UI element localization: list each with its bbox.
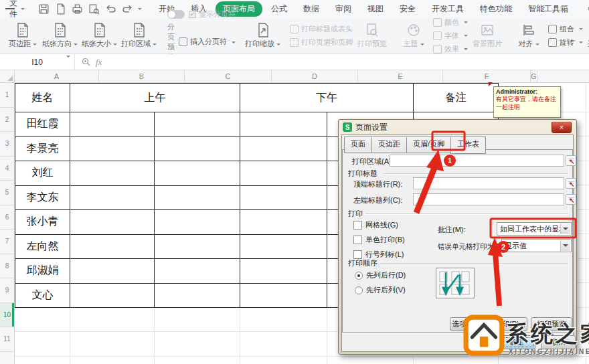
align-button[interactable]: 对齐: [513, 23, 544, 49]
row-header[interactable]: 11: [0, 327, 14, 352]
print-area-input[interactable]: [390, 155, 564, 167]
menu-tab[interactable]: 开发工具: [424, 1, 471, 17]
zoom-formula-icon[interactable]: [82, 58, 90, 66]
cell-empty[interactable]: [70, 235, 155, 260]
page-break-preview-toggle[interactable]: [167, 10, 185, 19]
dialog-tab[interactable]: 页眉/页脚: [406, 136, 450, 153]
options-button[interactable]: 选项(O)...: [450, 317, 486, 331]
ribbon-button[interactable]: 打印区域: [121, 23, 157, 49]
cell-empty[interactable]: [155, 112, 240, 137]
cell-name[interactable]: 李景亮: [15, 137, 70, 162]
dialog-tab[interactable]: 页面: [344, 136, 371, 153]
ribbon-row-button[interactable]: 字体: [433, 31, 468, 41]
cell-name-header[interactable]: 姓名: [15, 84, 70, 112]
formula-input[interactable]: [108, 54, 589, 70]
print-option-checkbox[interactable]: 网格线(G): [353, 220, 398, 230]
errors-dropdown[interactable]: 显示值: [501, 239, 572, 252]
print-option-checkbox[interactable]: 单色打印(B): [353, 235, 405, 245]
cell-empty[interactable]: [155, 235, 240, 260]
print-icon[interactable]: [72, 3, 83, 15]
ribbon-row-button[interactable]: 旋转: [548, 37, 583, 48]
dialog-tab[interactable]: 工作表: [450, 136, 486, 154]
row-header[interactable]: 1: [0, 83, 14, 108]
comments-dropdown[interactable]: 如同工作表中的显示: [497, 222, 572, 236]
cell-empty[interactable]: [240, 259, 327, 284]
row-header[interactable]: 4: [0, 157, 14, 181]
row-header[interactable]: 5: [0, 181, 14, 205]
dialog-tab[interactable]: 页边距: [371, 136, 406, 153]
chevron-down-icon[interactable]: [21, 8, 25, 12]
cell-name[interactable]: 刘红: [15, 161, 70, 186]
cell-empty[interactable]: [240, 186, 327, 211]
column-header[interactable]: C: [185, 70, 272, 82]
menu-tab[interactable]: 智能工具箱: [521, 1, 576, 17]
cell-empty[interactable]: [240, 112, 327, 137]
name-box[interactable]: I10: [0, 54, 75, 70]
row-header[interactable]: 10: [0, 303, 14, 328]
row-header[interactable]: 9: [0, 278, 14, 303]
cell-empty[interactable]: [155, 259, 240, 284]
cell-name[interactable]: 文心: [15, 284, 70, 308]
print-scale-button[interactable]: 打印缩放: [245, 23, 280, 49]
menu-tab[interactable]: 数据: [296, 1, 327, 17]
print-preview-icon[interactable]: [88, 3, 100, 15]
row-header[interactable]: 7: [0, 230, 14, 254]
cell-empty[interactable]: [155, 210, 240, 235]
show-breaks-checkbox[interactable]: ✓显示分页符: [189, 9, 236, 19]
cell-empty[interactable]: [240, 137, 327, 162]
top-title-row-input[interactable]: [413, 177, 564, 189]
cell-empty[interactable]: [70, 259, 155, 284]
select-all-corner[interactable]: [0, 70, 15, 83]
left-title-range-button[interactable]: [566, 194, 576, 205]
cell-morning-header[interactable]: 上午: [70, 84, 240, 112]
undo-icon[interactable]: [105, 3, 116, 15]
cell-name[interactable]: 张小青: [15, 210, 70, 235]
menu-tab[interactable]: 视图: [360, 1, 391, 17]
cell-empty[interactable]: [240, 210, 327, 235]
menu-tab[interactable]: 特色功能: [473, 1, 519, 17]
background-image-button[interactable]: 背景图片: [472, 23, 503, 49]
cell-name[interactable]: 邱淑娟: [15, 259, 70, 284]
column-header[interactable]: D: [272, 70, 358, 82]
print-preview-button[interactable]: 打印预览: [357, 23, 388, 49]
cell-name[interactable]: 田红霞: [15, 112, 70, 137]
menu-tab[interactable]: 公式: [264, 1, 294, 17]
cell-empty[interactable]: [155, 186, 240, 211]
print-order-radio[interactable]: 先列后行(D): [355, 270, 406, 280]
ribbon-button[interactable]: 页边距: [7, 23, 38, 49]
ribbon-row-button[interactable]: 组合: [548, 24, 583, 34]
cell-empty[interactable]: [155, 161, 240, 186]
redo-icon[interactable]: [122, 3, 133, 15]
cell-remark-header[interactable]: 备注: [414, 84, 499, 112]
cell-empty[interactable]: [70, 284, 155, 308]
print-area-range-button[interactable]: [566, 155, 576, 166]
cell-empty[interactable]: [70, 161, 155, 186]
column-header[interactable]: B: [99, 70, 185, 82]
theme-button[interactable]: 主题: [398, 23, 429, 49]
row-header[interactable]: 8: [0, 254, 14, 279]
cell-empty[interactable]: [155, 137, 240, 162]
row-header[interactable]: 3: [0, 132, 14, 157]
cell-empty[interactable]: [240, 161, 327, 186]
export-pdf-icon[interactable]: [55, 3, 66, 15]
ribbon-button[interactable]: 纸张方向: [42, 23, 78, 49]
save-icon[interactable]: [38, 3, 50, 15]
dialog-close-button[interactable]: ×: [552, 122, 572, 133]
cell-name[interactable]: 左向然: [15, 235, 70, 260]
cell-empty[interactable]: [70, 210, 155, 235]
column-header[interactable]: A: [15, 70, 99, 82]
row-header[interactable]: 2: [0, 108, 14, 132]
customize-toolbar-icon[interactable]: [138, 8, 142, 12]
column-header[interactable]: E: [358, 70, 443, 82]
row-header[interactable]: 6: [0, 205, 14, 230]
ribbon-row-button[interactable]: 效果: [433, 44, 468, 54]
ribbon-row-button[interactable]: 打印页眉和页脚: [290, 37, 353, 48]
insert-break-button[interactable]: 插入分页符: [179, 37, 236, 47]
cell-name[interactable]: 李文东: [15, 186, 70, 211]
cell-empty[interactable]: [240, 235, 327, 260]
menu-tab[interactable]: 审阅: [328, 1, 359, 17]
ribbon-row-button[interactable]: 颜色: [433, 17, 468, 27]
cell-empty[interactable]: [70, 186, 155, 211]
column-header[interactable]: F: [443, 70, 531, 82]
cell-empty[interactable]: [240, 284, 327, 308]
